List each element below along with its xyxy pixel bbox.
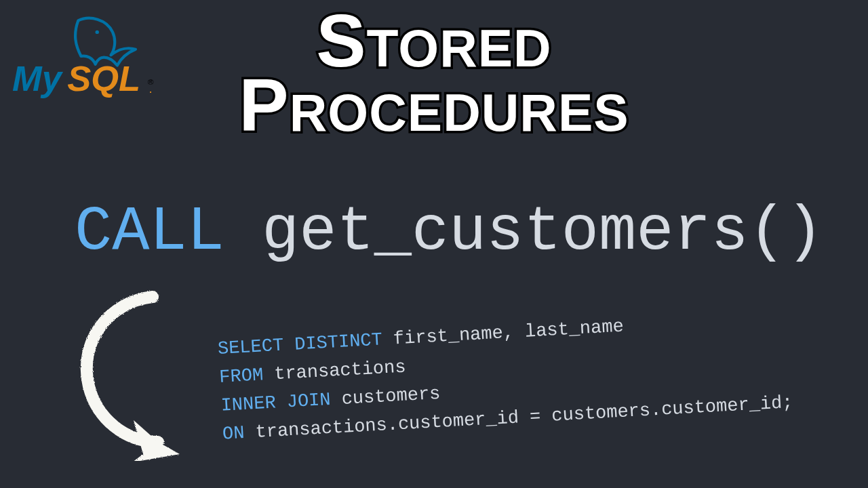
call-keyword: CALL [75, 197, 224, 268]
svg-marker-0 [132, 420, 180, 461]
call-parens: () [749, 197, 823, 268]
dolphin-eye-icon [96, 30, 99, 34]
title-line-2: Procedures [239, 70, 629, 141]
mysql-logo-svg: My SQL ® . [12, 15, 161, 101]
title: Stored Procedures [239, 5, 629, 140]
logo-dot: . [149, 81, 152, 96]
logo-text-sql: SQL [67, 59, 140, 98]
arrow-icon [71, 285, 220, 461]
call-statement: CALL get_customers() [75, 197, 823, 268]
mysql-logo: My SQL ® . [12, 15, 161, 104]
sql-definition: SELECT DISTINCT first_name, last_name FR… [217, 304, 794, 449]
logo-text-my: My [12, 59, 64, 98]
call-function-name: get_customers [262, 197, 749, 268]
